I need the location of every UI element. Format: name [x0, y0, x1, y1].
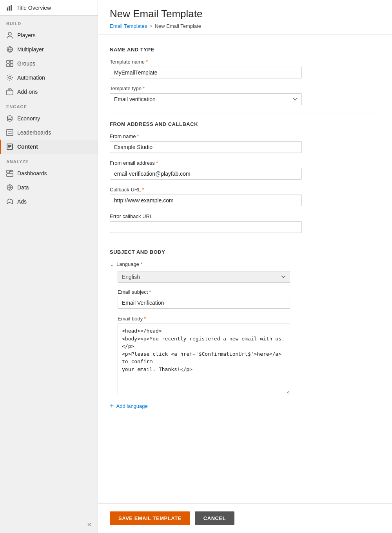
- section-from-address-heading: FROM ADDRESS AND CALLBACK: [110, 121, 380, 127]
- callback-url-label: Callback URL *: [110, 187, 380, 193]
- language-required: *: [140, 261, 142, 267]
- ads-icon: [6, 198, 13, 205]
- svg-rect-6: [7, 64, 9, 67]
- sidebar-section-build: BUILD: [0, 16, 98, 28]
- page-title: New Email Template: [110, 8, 380, 20]
- sidebar-collapse-button[interactable]: «: [0, 515, 98, 533]
- template-type-group: Template type * Email verification Passw…: [110, 85, 380, 105]
- add-language-button[interactable]: + Add language: [110, 402, 380, 409]
- svg-rect-9: [7, 90, 13, 95]
- email-body-label: Email body *: [118, 316, 380, 322]
- sidebar-item-ads[interactable]: Ads: [0, 195, 98, 209]
- groups-icon: [6, 60, 13, 67]
- error-callback-url-group: Error callback URL: [110, 213, 380, 233]
- bar-chart-icon: [6, 4, 13, 11]
- template-name-group: Template name *: [110, 59, 380, 78]
- breadcrumb-parent[interactable]: Email Templates: [110, 23, 147, 29]
- sidebar-item-players[interactable]: Players: [0, 28, 98, 42]
- sidebar-item-leaderboards-label: Leaderboards: [17, 129, 51, 136]
- svg-point-10: [7, 116, 12, 118]
- email-body-textarea[interactable]: <head></head> <body><p>You recently regi…: [118, 324, 290, 394]
- language-subgroup: English French Spanish German Email subj…: [110, 271, 380, 395]
- sidebar-item-addons-label: Add-ons: [17, 89, 38, 95]
- email-subject-input[interactable]: [118, 297, 290, 309]
- collapse-icon: «: [87, 520, 91, 528]
- save-email-template-button[interactable]: SAVE EMAIL TEMPLATE: [110, 511, 190, 525]
- sidebar-item-automation-label: Automation: [17, 75, 45, 81]
- template-type-select[interactable]: Email verification Password reset Custom: [110, 93, 302, 105]
- dashboards-icon: [6, 170, 13, 177]
- content-icon: [6, 143, 13, 150]
- add-language-icon: +: [110, 402, 114, 409]
- sidebar-item-ads-label: Ads: [17, 198, 27, 205]
- sidebar-section-engage: ENGAGE: [0, 99, 98, 111]
- svg-point-8: [9, 76, 11, 79]
- sidebar-item-multiplayer[interactable]: Multiplayer: [0, 42, 98, 56]
- sidebar-item-dashboards[interactable]: Dashboards: [0, 166, 98, 180]
- sidebar-item-content[interactable]: Content: [0, 140, 98, 154]
- svg-rect-0: [7, 7, 8, 11]
- cancel-button[interactable]: CANCEL: [195, 511, 234, 525]
- page-header: New Email Template Email Templates > New…: [98, 0, 392, 35]
- sidebar: Title Overview BUILD Players Multiplayer: [0, 0, 98, 533]
- language-select[interactable]: English French Spanish German: [118, 271, 290, 283]
- from-name-required: *: [137, 133, 139, 139]
- svg-rect-14: [10, 170, 13, 172]
- from-name-group: From name *: [110, 133, 380, 153]
- leaderboards-icon: [6, 129, 13, 136]
- template-name-input[interactable]: [110, 67, 302, 78]
- form-footer: SAVE EMAIL TEMPLATE CANCEL: [98, 503, 392, 533]
- sidebar-item-groups[interactable]: Groups: [0, 56, 98, 71]
- sidebar-item-economy[interactable]: Economy: [0, 111, 98, 126]
- callback-url-input[interactable]: [110, 195, 302, 206]
- breadcrumb-separator: >: [149, 23, 152, 29]
- sidebar-item-content-label: Content: [17, 144, 38, 150]
- sidebar-section-analyze: ANALYZE: [0, 154, 98, 166]
- divider-2: [110, 241, 380, 241]
- form-area: NAME AND TYPE Template name * Template t…: [98, 35, 392, 503]
- add-language-label: Add language: [116, 403, 148, 409]
- sidebar-item-addons[interactable]: Add-ons: [0, 85, 98, 99]
- automation-icon: [6, 74, 13, 81]
- section-subject-body-heading: SUBJECT AND BODY: [110, 249, 380, 255]
- sidebar-item-players-label: Players: [17, 32, 36, 38]
- from-email-input[interactable]: [110, 168, 302, 180]
- svg-rect-1: [9, 6, 10, 11]
- email-subject-required: *: [149, 289, 151, 295]
- breadcrumb: Email Templates > New Email Template: [110, 23, 380, 35]
- svg-rect-13: [7, 170, 9, 173]
- error-callback-url-input[interactable]: [110, 221, 302, 233]
- data-icon: [6, 184, 13, 191]
- from-name-input[interactable]: [110, 141, 302, 153]
- from-email-required: *: [156, 160, 158, 166]
- sidebar-title-overview[interactable]: Title Overview: [0, 0, 98, 16]
- template-name-label: Template name *: [110, 59, 380, 65]
- svg-rect-4: [7, 60, 9, 63]
- language-chevron-icon: ⌄: [110, 261, 114, 267]
- sidebar-item-multiplayer-label: Multiplayer: [17, 46, 44, 53]
- svg-rect-15: [7, 174, 13, 176]
- language-select-wrapper: English French Spanish German: [118, 271, 290, 283]
- email-subject-group: Email subject *: [118, 289, 380, 309]
- template-type-required: *: [143, 85, 145, 91]
- from-email-group: From email address *: [110, 160, 380, 180]
- sidebar-item-economy-label: Economy: [17, 115, 40, 122]
- divider-1: [110, 113, 380, 113]
- sidebar-item-leaderboards[interactable]: Leaderboards: [0, 126, 98, 140]
- svg-rect-11: [7, 129, 13, 136]
- economy-icon: [6, 115, 13, 122]
- svg-rect-7: [10, 64, 13, 67]
- error-callback-url-label: Error callback URL: [110, 213, 380, 219]
- section-name-type-heading: NAME AND TYPE: [110, 47, 380, 53]
- language-header[interactable]: ⌄ Language *: [110, 261, 380, 267]
- callback-url-group: Callback URL *: [110, 187, 380, 206]
- svg-rect-5: [10, 60, 13, 63]
- players-icon: [6, 32, 13, 39]
- template-type-label: Template type *: [110, 85, 380, 91]
- sidebar-item-automation[interactable]: Automation: [0, 71, 98, 85]
- email-subject-label: Email subject *: [118, 289, 380, 295]
- addons-icon: [6, 88, 13, 95]
- sidebar-item-groups-label: Groups: [17, 60, 35, 67]
- sidebar-item-data[interactable]: Data: [0, 180, 98, 195]
- from-email-label: From email address *: [110, 160, 380, 166]
